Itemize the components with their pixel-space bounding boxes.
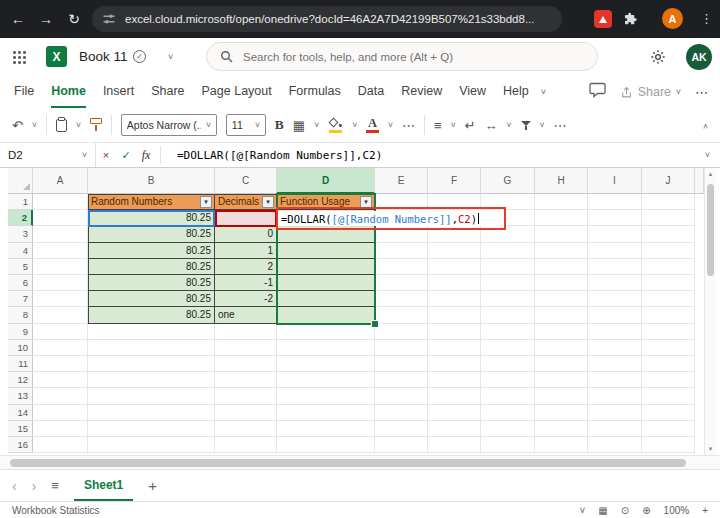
cell-B10[interactable] xyxy=(88,340,215,356)
fill-color-chevron[interactable]: ˅ xyxy=(352,121,357,130)
tab-file[interactable]: File xyxy=(14,76,34,108)
cell-B13[interactable] xyxy=(88,388,215,404)
ribbon-overflow-icon[interactable]: ⋯ xyxy=(695,85,708,100)
cell-C4[interactable]: 1 xyxy=(215,243,277,259)
row-header-4[interactable]: 4 xyxy=(8,243,33,259)
cell-J2[interactable] xyxy=(642,210,695,226)
row-header-10[interactable]: 10 xyxy=(8,340,33,356)
cell-E6[interactable] xyxy=(375,275,428,291)
cell-B6[interactable]: 80.25 xyxy=(88,275,215,291)
cell-E15[interactable] xyxy=(375,421,428,437)
cell-E14[interactable] xyxy=(375,405,428,421)
cell-I14[interactable] xyxy=(588,405,642,421)
paste-menu-chevron[interactable]: ˅ xyxy=(76,121,81,130)
filter-button[interactable]: ▾ xyxy=(360,196,372,208)
tab-insert[interactable]: Insert xyxy=(103,76,134,108)
cell-G14[interactable] xyxy=(481,405,535,421)
cell-F9[interactable] xyxy=(428,324,481,340)
cell-C1[interactable]: Decimals▾ xyxy=(215,194,277,210)
cell-B11[interactable] xyxy=(88,356,215,372)
column-header-A[interactable]: A xyxy=(33,168,88,194)
cell-A6[interactable] xyxy=(33,275,88,291)
pdf-extension-icon[interactable] xyxy=(594,10,612,28)
cell-G15[interactable] xyxy=(481,421,535,437)
more-font-options-button[interactable]: ⋯ xyxy=(402,119,415,132)
cell-E1[interactable] xyxy=(375,194,428,210)
cell-C16[interactable] xyxy=(215,437,277,453)
cell-C14[interactable] xyxy=(215,405,277,421)
cell-A11[interactable] xyxy=(33,356,88,372)
cell-H5[interactable] xyxy=(535,259,588,275)
cell-I8[interactable] xyxy=(588,307,642,323)
cell-B8[interactable]: 80.25 xyxy=(88,307,215,323)
cell-G4[interactable] xyxy=(481,243,535,259)
font-size-select[interactable]: 11 ˅ xyxy=(226,114,266,136)
cell-D4[interactable] xyxy=(277,243,375,259)
site-settings-icon[interactable] xyxy=(102,12,116,26)
row-header-16[interactable]: 16 xyxy=(8,437,33,453)
tab-home[interactable]: Home xyxy=(51,76,86,108)
tab-help[interactable]: Help xyxy=(503,76,529,108)
cancel-button[interactable]: × xyxy=(96,149,116,161)
undo-menu-chevron[interactable]: ˅ xyxy=(32,121,37,130)
horizontal-scrollbar[interactable] xyxy=(0,455,720,469)
cell-D13[interactable] xyxy=(277,388,375,404)
cell-D12[interactable] xyxy=(277,372,375,388)
row-header-12[interactable]: 12 xyxy=(8,372,33,388)
column-header-H[interactable]: H xyxy=(535,168,588,194)
accessibility-icon[interactable]: ⊕ xyxy=(642,505,650,516)
row-header-14[interactable]: 14 xyxy=(8,405,33,421)
cell-D14[interactable] xyxy=(277,405,375,421)
row-header-2[interactable]: 2 xyxy=(8,210,33,226)
next-sheet-button[interactable]: › xyxy=(32,478,37,494)
cell-C11[interactable] xyxy=(215,356,277,372)
cell-J3[interactable] xyxy=(642,226,695,242)
row-header-6[interactable]: 6 xyxy=(8,275,33,291)
cell-D9[interactable] xyxy=(277,324,375,340)
cell-J12[interactable] xyxy=(642,372,695,388)
excel-logo-icon[interactable]: X xyxy=(46,46,67,67)
cell-G10[interactable] xyxy=(481,340,535,356)
cell-G12[interactable] xyxy=(481,372,535,388)
column-header-D[interactable]: D xyxy=(277,168,375,194)
cell-H13[interactable] xyxy=(535,388,588,404)
cell-A14[interactable] xyxy=(33,405,88,421)
cell-I2[interactable] xyxy=(588,210,642,226)
browser-back-button[interactable]: ← xyxy=(8,0,28,38)
cell-E10[interactable] xyxy=(375,340,428,356)
cell-J13[interactable] xyxy=(642,388,695,404)
app-launcher-icon[interactable] xyxy=(13,51,26,64)
cell-H15[interactable] xyxy=(535,421,588,437)
cell-B12[interactable] xyxy=(88,372,215,388)
cell-I3[interactable] xyxy=(588,226,642,242)
cell-J1[interactable] xyxy=(642,194,695,210)
cell-J9[interactable] xyxy=(642,324,695,340)
cell-I11[interactable] xyxy=(588,356,642,372)
scroll-down-arrow[interactable]: ▾ xyxy=(705,445,716,453)
cell-D16[interactable] xyxy=(277,437,375,453)
cell-G1[interactable] xyxy=(481,194,535,210)
expand-formula-bar-chevron[interactable]: ˅ xyxy=(705,151,710,160)
tab-share[interactable]: Share xyxy=(151,76,184,108)
cell-G3[interactable] xyxy=(481,226,535,242)
tab-formulas[interactable]: Formulas xyxy=(289,76,341,108)
cell-C6[interactable]: -1 xyxy=(215,275,277,291)
cell-F5[interactable] xyxy=(428,259,481,275)
cell-F12[interactable] xyxy=(428,372,481,388)
cell-H9[interactable] xyxy=(535,324,588,340)
fill-handle[interactable] xyxy=(371,320,379,328)
cell-J4[interactable] xyxy=(642,243,695,259)
merge-cells-button[interactable]: ↔ xyxy=(485,119,498,132)
column-header-E[interactable]: E xyxy=(375,168,428,194)
cell-A5[interactable] xyxy=(33,259,88,275)
column-header-F[interactable]: F xyxy=(428,168,481,194)
name-box-chevron[interactable]: ˅ xyxy=(82,151,87,160)
cell-I5[interactable] xyxy=(588,259,642,275)
alignment-button[interactable]: ≡ xyxy=(434,119,442,132)
cell-D3[interactable] xyxy=(277,226,375,242)
share-button[interactable]: Share ˅ xyxy=(620,85,681,99)
cell-I1[interactable] xyxy=(588,194,642,210)
help-circle-icon[interactable]: ⊙ xyxy=(621,505,629,516)
cell-C13[interactable] xyxy=(215,388,277,404)
cell-I13[interactable] xyxy=(588,388,642,404)
